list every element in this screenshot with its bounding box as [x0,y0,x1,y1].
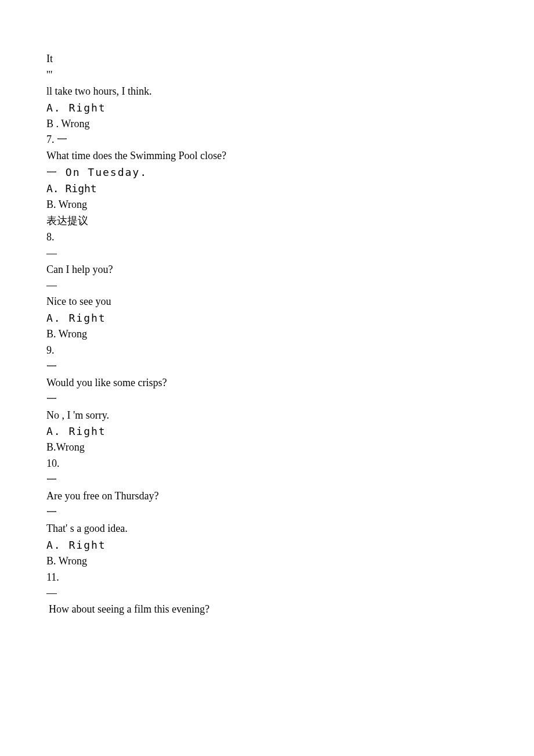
answer-text: That' s a good idea. [46,521,488,537]
question-number: 7. 一 [46,132,488,148]
option-a: A. Right [46,100,488,116]
text-line: '" [46,67,488,84]
question-text: What time does the Swimming Pool close? [46,148,488,164]
option-a: A. Right [46,310,488,326]
question-text: Are you free on Thursday? [46,488,488,505]
option-a: A. Right [46,181,488,197]
section-header: 表达提议 [46,213,488,229]
dash-line: 一 [46,505,488,521]
option-a: A. Right [46,423,488,440]
dash-line: — [46,585,488,602]
option-a: A. Right [46,537,488,553]
question-number: 9. [46,343,488,359]
dash-line: 一 [46,391,488,408]
question-text: Can I help you? [46,262,488,278]
option-b: B. Wrong [46,197,488,213]
answer-text: 一 On Tuesday. [46,164,488,181]
question-text: Would you like some crisps? [46,375,488,391]
option-b: B . Wrong [46,116,488,132]
text-line: ll take two hours, I think. [46,84,488,100]
question-number: 8. [46,229,488,246]
dash-line: 一 [46,359,488,375]
text-line: It [46,51,488,67]
question-text: How about seeing a film this evening? [46,602,488,618]
option-b: B. Wrong [46,553,488,570]
option-b: B.Wrong [46,440,488,456]
option-b: B. Wrong [46,326,488,343]
answer-text: No , I 'm sorry. [46,408,488,424]
question-number: 10. [46,456,488,472]
question-number: 11. [46,570,488,586]
dash-line: — [46,246,488,262]
dash-line: 一 [46,472,488,488]
dash-line: — [46,278,488,294]
document-page: It '" ll take two hours, I think. A. Rig… [0,0,534,756]
answer-text: Nice to see you [46,294,488,310]
